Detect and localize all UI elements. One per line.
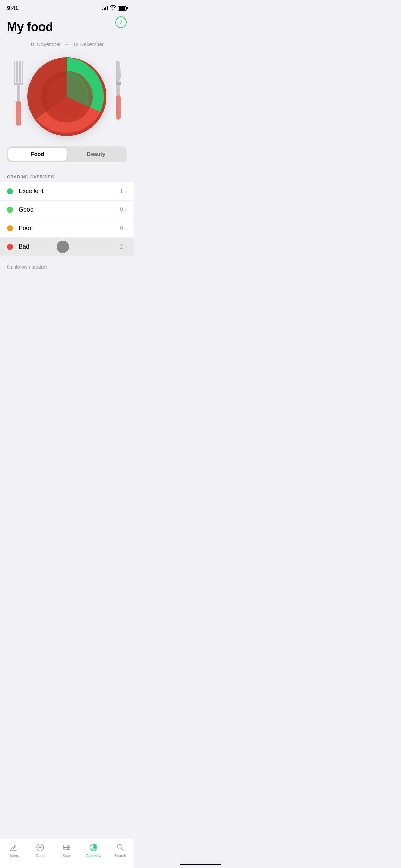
good-chevron: ›: [125, 207, 127, 213]
unknown-products: 0 unknown product: [0, 260, 134, 275]
excellent-label: Excellent: [19, 188, 120, 195]
good-count: 0: [120, 206, 123, 213]
date-end: 18 December: [73, 41, 104, 47]
status-time: 9:41: [7, 5, 19, 12]
status-bar: 9:41: [0, 0, 134, 14]
svg-rect-0: [14, 61, 15, 85]
battery-icon: [118, 6, 127, 11]
info-button[interactable]: i: [115, 16, 127, 28]
grade-good[interactable]: Good 0 ›: [0, 201, 134, 219]
poor-chevron: ›: [125, 226, 127, 231]
svg-rect-10: [116, 82, 121, 85]
status-icons: [102, 5, 127, 11]
date-range: 18 November → 18 December: [0, 41, 134, 47]
fork-icon: [10, 57, 27, 133]
date-arrow: →: [64, 41, 70, 47]
food-tab[interactable]: Food: [8, 148, 67, 161]
grading-header: GRADING OVERVIEW: [0, 169, 134, 182]
bad-chevron: ›: [125, 244, 127, 250]
page-title: My food: [7, 20, 127, 34]
bad-count: 2: [120, 243, 123, 250]
poor-dot: [7, 225, 13, 231]
grading-list: Excellent 1 › Good 0 › Poor 0 › Bad: [0, 182, 134, 256]
svg-rect-6: [16, 101, 21, 126]
page-header: i My food: [0, 14, 134, 34]
svg-rect-11: [116, 85, 120, 95]
poor-count: 0: [120, 225, 123, 232]
svg-rect-3: [22, 61, 23, 85]
thumb-indicator: [57, 241, 69, 253]
svg-rect-5: [17, 84, 20, 101]
grade-excellent[interactable]: Excellent 1 ›: [0, 182, 134, 201]
excellent-dot: [7, 188, 13, 194]
good-label: Good: [19, 206, 120, 213]
pie-chart[interactable]: [26, 56, 108, 138]
svg-rect-2: [19, 61, 21, 85]
segment-toggle: Food Beauty: [7, 146, 127, 162]
excellent-count: 1: [120, 188, 123, 195]
wifi-icon: [110, 5, 116, 11]
good-dot: [7, 207, 13, 213]
svg-rect-12: [116, 95, 121, 120]
grade-poor[interactable]: Poor 0 ›: [0, 219, 134, 238]
knife-icon: [113, 57, 123, 133]
grading-section: GRADING OVERVIEW Excellent 1 › Good 0 › …: [0, 169, 134, 260]
poor-label: Poor: [19, 225, 120, 232]
excellent-chevron: ›: [125, 189, 127, 194]
chart-area: [0, 50, 134, 146]
date-start: 18 November: [30, 41, 61, 47]
bad-label: Bad: [19, 243, 120, 250]
beauty-tab[interactable]: Beauty: [67, 148, 125, 161]
svg-rect-1: [16, 61, 18, 85]
grade-bad[interactable]: Bad 2 ›: [0, 238, 134, 256]
bad-dot: [7, 244, 13, 250]
signal-icon: [102, 6, 108, 10]
